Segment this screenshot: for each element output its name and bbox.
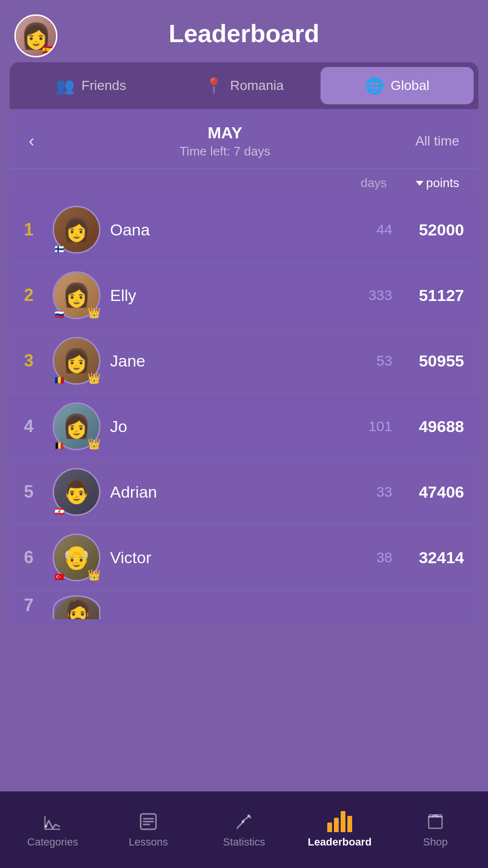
nav-label-statistics: Statistics bbox=[223, 836, 265, 848]
nav-item-statistics[interactable]: Statistics bbox=[196, 811, 292, 848]
nav-label-categories: Categories bbox=[27, 836, 78, 848]
days-5: 33 bbox=[344, 484, 392, 500]
header: 👩 🇪🇸 Leaderboard bbox=[0, 0, 488, 57]
days-6: 38 bbox=[344, 549, 392, 566]
user-avatar[interactable]: 👩 🇪🇸 bbox=[14, 14, 57, 57]
flag-3: 🇷🇴 bbox=[53, 375, 66, 385]
shop-icon bbox=[425, 811, 446, 832]
rank-4: 4 bbox=[24, 416, 43, 436]
bottom-nav: Categories Lessons Statistics Leaderboar… bbox=[0, 791, 488, 868]
days-header: days bbox=[361, 176, 387, 190]
nav-item-lessons[interactable]: Lessons bbox=[100, 811, 196, 848]
table-row[interactable]: 2 👩 🇷🇺 👑 Elly 333 51127 bbox=[10, 263, 478, 328]
avatar-wrap-6: 👴 🇹🇷 👑 bbox=[53, 534, 100, 581]
name-3: Jane bbox=[110, 352, 335, 370]
name-4: Jo bbox=[110, 417, 335, 436]
friends-icon: 👥 bbox=[55, 77, 75, 95]
categories-icon bbox=[42, 811, 63, 832]
avatar-7: 🧔 bbox=[53, 595, 100, 619]
crown-2: 👑 bbox=[88, 307, 100, 319]
table-row[interactable]: 5 👨 🇱🇧 Adrian 33 47406 bbox=[10, 459, 478, 525]
leaderboard-card: ‹ MAY Time left: 7 days All time days po… bbox=[10, 109, 478, 624]
table-row-partial: 7 🧔 bbox=[10, 590, 478, 619]
svg-rect-7 bbox=[429, 817, 442, 828]
rank-3: 3 bbox=[24, 351, 43, 371]
name-6: Victor bbox=[110, 548, 335, 567]
nav-label-leaderboard: Leaderboard bbox=[308, 836, 371, 848]
table-row[interactable]: 1 👩 🇫🇮 Oana 44 52000 bbox=[10, 197, 478, 263]
points-4: 49688 bbox=[402, 417, 464, 436]
flag-5: 🇱🇧 bbox=[53, 506, 66, 516]
crown-4: 👑 bbox=[88, 438, 100, 450]
tab-friends[interactable]: 👥 Friends bbox=[14, 67, 167, 104]
avatar-wrap-3: 👩 🇷🇴 👑 bbox=[53, 337, 100, 385]
points-2: 51127 bbox=[402, 286, 464, 305]
leaderboard-list: 1 👩 🇫🇮 Oana 44 52000 2 👩 bbox=[10, 197, 478, 619]
avatar-wrap-1: 👩 🇫🇮 bbox=[53, 206, 100, 254]
flag-2: 🇷🇺 bbox=[53, 310, 66, 319]
points-5: 47406 bbox=[402, 483, 464, 501]
table-row[interactable]: 3 👩 🇷🇴 👑 Jane 53 50955 bbox=[10, 328, 478, 394]
period-selector: ‹ MAY Time left: 7 days All time bbox=[10, 109, 478, 169]
lessons-icon bbox=[138, 811, 159, 832]
nav-item-leaderboard[interactable]: Leaderboard bbox=[292, 811, 388, 848]
avatar-wrap-4: 👩 🇧🇪 👑 bbox=[53, 402, 100, 450]
flag-4: 🇧🇪 bbox=[53, 441, 66, 450]
points-3: 50955 bbox=[402, 352, 464, 370]
romania-icon: 📍 bbox=[204, 77, 223, 95]
days-2: 333 bbox=[344, 287, 392, 303]
tab-global[interactable]: 🌐 Global bbox=[321, 67, 474, 104]
avatar-wrap-2: 👩 🇷🇺 👑 bbox=[53, 271, 100, 319]
nav-label-shop: Shop bbox=[423, 836, 447, 848]
user-flag: 🇪🇸 bbox=[40, 45, 55, 55]
nav-item-categories[interactable]: Categories bbox=[5, 811, 100, 848]
crown-6: 👑 bbox=[88, 569, 100, 581]
global-icon: 🌐 bbox=[365, 77, 384, 95]
rank-6: 6 bbox=[24, 547, 43, 568]
name-2: Elly bbox=[110, 286, 335, 305]
rank-2: 2 bbox=[24, 285, 43, 305]
name-1: Oana bbox=[110, 221, 335, 239]
table-row[interactable]: 6 👴 🇹🇷 👑 Victor 38 32414 bbox=[10, 525, 478, 590]
leaderboard-icon bbox=[327, 811, 352, 832]
svg-point-6 bbox=[247, 814, 250, 817]
page-title: Leaderboard bbox=[169, 19, 320, 48]
rank-7: 7 bbox=[24, 595, 43, 615]
tab-romania[interactable]: 📍 Romania bbox=[167, 67, 321, 104]
points-header[interactable]: points bbox=[416, 176, 459, 190]
svg-point-5 bbox=[242, 820, 244, 823]
table-row[interactable]: 4 👩 🇧🇪 👑 Jo 101 49688 bbox=[10, 394, 478, 459]
sort-icon bbox=[416, 181, 423, 186]
days-4: 101 bbox=[344, 418, 392, 434]
statistics-icon bbox=[233, 811, 255, 832]
period-info: MAY Time left: 7 days bbox=[179, 123, 270, 159]
crown-3: 👑 bbox=[88, 372, 100, 385]
period-month: MAY bbox=[179, 123, 270, 142]
points-1: 52000 bbox=[402, 221, 464, 239]
period-back-button[interactable]: ‹ bbox=[29, 131, 34, 151]
tab-friends-label: Friends bbox=[81, 78, 126, 93]
points-6: 32414 bbox=[402, 548, 464, 567]
all-time-button[interactable]: All time bbox=[415, 134, 459, 149]
rank-1: 1 bbox=[24, 220, 43, 240]
days-3: 53 bbox=[344, 353, 392, 369]
tab-bar: 👥 Friends 📍 Romania 🌐 Global bbox=[10, 62, 478, 109]
nav-item-shop[interactable]: Shop bbox=[388, 811, 483, 848]
flag-1: 🇫🇮 bbox=[53, 244, 66, 254]
avatar-wrap-7: 🧔 bbox=[53, 595, 100, 619]
period-time-left: Time left: 7 days bbox=[179, 144, 270, 159]
days-1: 44 bbox=[344, 222, 392, 238]
name-5: Adrian bbox=[110, 483, 335, 501]
rank-5: 5 bbox=[24, 482, 43, 502]
tab-global-label: Global bbox=[391, 78, 430, 93]
nav-label-lessons: Lessons bbox=[129, 836, 168, 848]
avatar-wrap-5: 👨 🇱🇧 bbox=[53, 468, 100, 516]
flag-6: 🇹🇷 bbox=[53, 572, 66, 581]
tab-romania-label: Romania bbox=[230, 78, 284, 93]
column-headers: days points bbox=[10, 169, 478, 197]
